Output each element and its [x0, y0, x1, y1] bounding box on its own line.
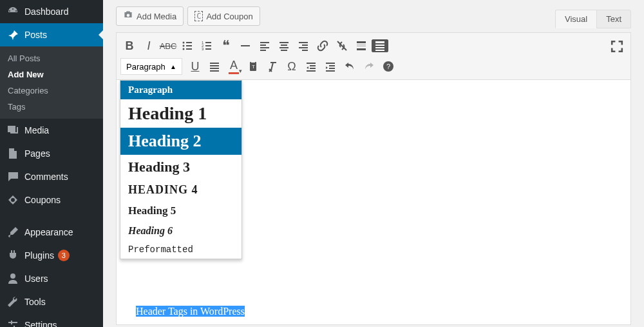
format-option-h5[interactable]: Heading 5 [120, 201, 242, 221]
svg-rect-16 [260, 50, 266, 51]
svg-rect-5 [186, 48, 192, 50]
svg-rect-40 [307, 63, 316, 64]
sidebar-item-dashboard[interactable]: Dashboard [0, 0, 103, 23]
submenu-add-new[interactable]: Add New [0, 66, 103, 83]
sidebar-item-media[interactable]: Media [0, 119, 103, 142]
svg-rect-42 [310, 68, 316, 69]
hr-button[interactable] [236, 37, 254, 55]
submenu-all-posts[interactable]: All Posts [0, 50, 103, 66]
svg-rect-44 [326, 63, 335, 64]
blockquote-button[interactable]: ❝ [217, 37, 235, 55]
fullscreen-button[interactable] [609, 38, 625, 55]
svg-rect-43 [307, 70, 316, 72]
svg-rect-3 [186, 45, 192, 46]
sidebar-item-plugins[interactable]: Plugins 3 [0, 244, 103, 267]
coupon-icon [6, 193, 19, 206]
svg-rect-1 [186, 42, 192, 43]
format-option-p[interactable]: Paragraph [120, 81, 242, 99]
plugins-update-badge: 3 [58, 250, 70, 261]
numbered-list-button[interactable]: 123 [198, 37, 216, 55]
main-content: Add Media C Add Coupon Visual Text B I A… [103, 0, 644, 327]
svg-text:3: 3 [202, 47, 204, 51]
svg-text:T: T [252, 64, 255, 70]
sidebar-item-comments[interactable]: Comments [0, 165, 103, 188]
format-option-h3[interactable]: Heading 3 [120, 155, 242, 179]
clear-formatting-button[interactable] [263, 57, 281, 75]
user-icon [6, 272, 19, 285]
text-color-button[interactable]: A▾ [225, 57, 243, 75]
sidebar-item-tools[interactable]: Tools [0, 290, 103, 313]
bullet-list-button[interactable] [178, 37, 196, 55]
svg-point-0 [183, 42, 185, 44]
svg-rect-41 [310, 65, 316, 66]
svg-rect-21 [299, 42, 308, 43]
svg-rect-25 [357, 41, 366, 43]
indent-button[interactable] [321, 57, 339, 75]
sidebar-item-pages[interactable]: Pages [0, 142, 103, 165]
format-option-h6[interactable]: Heading 6 [120, 221, 242, 241]
help-button[interactable]: ? [379, 57, 397, 75]
unlink-button[interactable] [333, 37, 351, 55]
svg-rect-46 [329, 68, 335, 69]
justify-button[interactable] [205, 57, 223, 75]
svg-rect-7 [205, 42, 211, 43]
svg-rect-26 [357, 45, 366, 45]
strikethrough-button[interactable]: ABC [159, 37, 177, 55]
editor-selected-text[interactable]: Header Tags in WordPress [136, 306, 245, 317]
read-more-button[interactable] [352, 37, 370, 55]
sidebar-item-label: Plugins [24, 250, 54, 261]
editor-body[interactable]: ParagraphHeading 1Heading 2Heading 3HEAD… [116, 80, 631, 325]
sidebar-item-posts[interactable]: Posts [0, 23, 103, 46]
toolbar-toggle-button[interactable] [372, 39, 388, 52]
special-character-button[interactable]: Ω [283, 57, 301, 75]
format-option-pre[interactable]: Preformatted [120, 241, 242, 259]
redo-button[interactable] [360, 57, 378, 75]
format-option-h4[interactable]: HEADING 4 [120, 179, 242, 201]
sidebar-item-label: Comments [24, 172, 68, 182]
sidebar-item-settings[interactable]: Settings [0, 313, 103, 327]
submenu-tags[interactable]: Tags [0, 99, 103, 115]
italic-button[interactable]: I [140, 37, 158, 55]
svg-rect-29 [375, 41, 384, 43]
svg-text:?: ? [386, 63, 390, 70]
page-icon [6, 147, 19, 160]
brush-icon [6, 226, 19, 239]
align-center-button[interactable] [275, 37, 293, 55]
svg-rect-33 [210, 63, 219, 64]
pin-icon [6, 28, 19, 41]
align-left-button[interactable] [256, 37, 274, 55]
svg-rect-34 [210, 65, 219, 66]
format-select[interactable]: Paragraph ▲ [120, 58, 182, 75]
outdent-button[interactable] [302, 57, 320, 75]
sidebar-item-coupons[interactable]: Coupons [0, 188, 103, 212]
bold-button[interactable]: B [120, 37, 138, 55]
svg-rect-22 [302, 45, 308, 46]
add-coupon-button[interactable]: C Add Coupon [187, 6, 260, 26]
svg-rect-45 [329, 65, 335, 66]
svg-rect-9 [205, 45, 211, 46]
button-label: Add Media [137, 12, 176, 21]
posts-submenu: All Posts Add New Categories Tags [0, 46, 103, 119]
toolbar-row-2: Paragraph ▲ U A▾ T Ω ? [120, 56, 627, 77]
sidebar-item-appearance[interactable]: Appearance [0, 221, 103, 244]
underline-button[interactable]: U [186, 57, 204, 75]
undo-button[interactable] [341, 57, 359, 75]
coupon-c-icon: C [194, 11, 203, 21]
sidebar-item-users[interactable]: Users [0, 267, 103, 290]
paste-text-button[interactable]: T [244, 57, 262, 75]
submenu-categories[interactable]: Categories [0, 83, 103, 99]
format-option-h2[interactable]: Heading 2 [120, 128, 242, 155]
svg-rect-28 [357, 48, 366, 50]
add-media-button[interactable]: Add Media [116, 6, 184, 26]
tab-text[interactable]: Text [596, 10, 631, 28]
sidebar-item-label: Users [24, 273, 48, 284]
link-button[interactable] [314, 37, 332, 55]
tab-visual[interactable]: Visual [555, 10, 596, 28]
format-select-value: Paragraph [126, 62, 166, 72]
align-right-button[interactable] [294, 37, 312, 55]
svg-rect-31 [375, 47, 384, 48]
format-option-h1[interactable]: Heading 1 [120, 99, 242, 128]
svg-rect-30 [375, 45, 384, 46]
dropdown-caret-icon: ▲ [170, 63, 176, 70]
dashboard-icon [6, 5, 19, 18]
